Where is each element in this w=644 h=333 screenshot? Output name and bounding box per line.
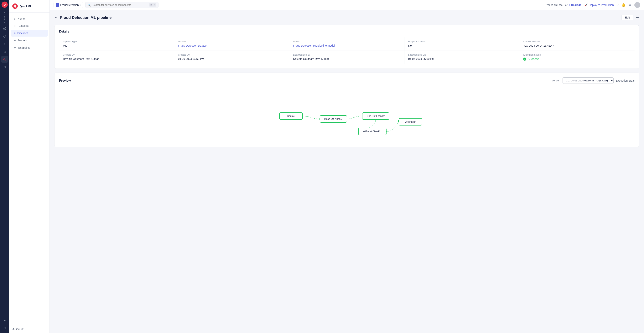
sidebar-item-home[interactable]: ⌂ Home <box>11 15 48 22</box>
detail-last-updated-on-value: 04-06-2024 05:00 PM <box>408 57 516 60</box>
detail-dataset-value[interactable]: Fraud Detection Dataset <box>178 44 286 47</box>
endpoints-icon: ⊨ <box>14 46 16 49</box>
detail-endpoint-value: No <box>408 44 516 47</box>
detail-last-updated-by-value: Ravutla Goutham Ravi Kumar <box>293 57 400 60</box>
more-options-button[interactable]: ••• <box>636 15 640 20</box>
deploy-label: Deploy to Production <box>589 3 614 6</box>
chart-icon[interactable]: ⚬ <box>1 40 8 47</box>
services-label: Services <box>4 11 6 23</box>
upgrade-link[interactable]: + Upgrade <box>569 3 581 6</box>
create-label: Create <box>16 328 24 331</box>
sidebar: Q QuickML ⌂ Home ◫ Datasets ⌗ Pipelines … <box>9 0 50 333</box>
detail-created-by-value: Ravutla Goutham Ravi Kumar <box>63 57 170 60</box>
detail-endpoint-created: Endpoint Created No <box>404 37 520 50</box>
detail-endpoint-label: Endpoint Created <box>408 40 516 43</box>
app-name-selector[interactable]: F FraudDetection ▾ <box>54 2 83 8</box>
quickml-icon[interactable]: ◎ <box>1 56 8 63</box>
detail-created-on: Created On 04-06-2024 04:50 PM <box>174 50 290 64</box>
app-dropdown-icon: ▾ <box>80 4 81 6</box>
details-card: Details Pipeline Type ML Dataset Fraud D… <box>54 25 640 69</box>
deploy-to-production-button[interactable]: 🚀 Deploy to Production <box>584 3 614 6</box>
search-icon: 🔍 <box>88 3 91 6</box>
app-initial: F <box>56 3 59 7</box>
models-icon: ◈ <box>14 39 16 42</box>
help-icon[interactable]: ? <box>617 3 618 7</box>
sidebar-nav: ⌂ Home ◫ Datasets ⌗ Pipelines ◈ Models ⊨… <box>9 12 50 325</box>
preview-card: Preview Version V1 / 04-06-2024 05:30:48… <box>54 72 640 147</box>
sidebar-item-datasets-label: Datasets <box>18 24 29 27</box>
topbar: F FraudDetection ▾ 🔍 ⌘+K You're on Free … <box>50 0 644 10</box>
pipeline-icon[interactable]: ⊞ <box>1 48 8 55</box>
detail-created-by-label: Created By <box>63 53 170 56</box>
sidebar-item-datasets[interactable]: ◫ Datasets <box>11 22 48 29</box>
preview-header: Preview Version V1 / 04-06-2024 05:30:48… <box>59 77 634 84</box>
detail-last-updated-by-label: Last Updated By <box>293 53 400 56</box>
sidebar-item-pipelines[interactable]: ⌗ Pipelines <box>11 30 48 36</box>
detail-pipeline-type-label: Pipeline Type <box>63 40 170 43</box>
database-icon[interactable]: ⬡ <box>1 33 8 40</box>
home-icon: ⌂ <box>14 17 16 20</box>
edge-xgboost-destination <box>386 122 399 131</box>
pipeline-diagram: Source Mean-Std Norm... One-Hot Encoder … <box>59 88 634 141</box>
sidebar-item-endpoints-label: Endpoints <box>18 46 30 49</box>
version-select[interactable]: V1 / 04-06-2024 05:30:48 PM (Latest) <box>562 77 614 84</box>
gear-icon[interactable]: ⚙ <box>628 3 631 7</box>
edit-button[interactable]: Edit <box>622 15 634 20</box>
page-header: ← Fraud Detection ML pipeline Edit ••• <box>54 15 640 20</box>
version-label: Version <box>552 79 560 82</box>
status-text: Success <box>528 57 539 61</box>
execution-stats-button[interactable]: Execution Stats <box>616 79 634 82</box>
destination-node-label: Destination <box>404 120 416 123</box>
back-button[interactable]: ← <box>54 15 58 20</box>
details-row-1: Pipeline Type ML Dataset Fraud Detection… <box>59 37 634 50</box>
xgboost-node-label: XGBoost Classifi... <box>363 130 382 133</box>
search-bar[interactable]: 🔍 ⌘+K <box>85 2 158 8</box>
sidebar-item-models-label: Models <box>18 39 27 42</box>
pipeline-canvas: Source Mean-Std Norm... One-Hot Encoder … <box>59 88 634 142</box>
page-header-left: ← Fraud Detection ML pipeline <box>54 15 112 20</box>
search-shortcut: ⌘+K <box>149 3 156 6</box>
detail-dataset-version: Dataset Version V2 / 2024-06-04 16:45:47 <box>520 37 634 50</box>
detail-created-on-value: 04-06-2024 04:50 PM <box>178 57 286 60</box>
detail-created-on-label: Created On <box>178 53 286 56</box>
one-hot-node-label: One-Hot Encoder <box>367 115 384 117</box>
detail-model: Model Fraud Detection ML pipeline model <box>289 37 404 50</box>
main-area: F FraudDetection ▾ 🔍 ⌘+K You're on Free … <box>50 0 644 333</box>
app-name-label: FraudDetection <box>60 3 79 6</box>
detail-execution-status-value: ✓ Success <box>523 57 631 61</box>
pipelines-icon: ⌗ <box>14 31 16 35</box>
mean-std-node-label: Mean-Std Norm... <box>324 118 342 120</box>
create-button[interactable]: ⊕ Create <box>12 328 46 331</box>
status-success-icon: ✓ <box>523 57 526 61</box>
rocket-icon: 🚀 <box>584 3 588 6</box>
sidebar-header: Q QuickML <box>9 0 50 12</box>
globe-icon[interactable]: ⊕ <box>1 63 8 70</box>
app-logo-icon[interactable]: Q <box>2 1 8 8</box>
preview-title: Preview <box>59 79 71 82</box>
edge-source-meanstd <box>302 116 320 119</box>
grid-icon[interactable]: ⊞ <box>1 325 8 332</box>
sidebar-item-endpoints[interactable]: ⊨ Endpoints <box>11 44 48 51</box>
detail-model-value[interactable]: Fraud Detection ML pipeline model <box>293 44 400 47</box>
detail-last-updated-by: Last Updated By Ravutla Goutham Ravi Kum… <box>289 50 404 64</box>
page-header-right: Edit ••• <box>622 15 640 20</box>
detail-dataset-label: Dataset <box>178 40 286 43</box>
bell-icon[interactable]: 🔔 <box>622 3 626 7</box>
tools-icon[interactable]: ✦ <box>1 317 8 324</box>
icon-bar: Q Services ⟨/⟩ ⬡ ⚬ ⊞ ◎ ⊕ ✦ ⊞ <box>0 0 9 333</box>
detail-dataset-version-value: V2 / 2024-06-04 16:45:47 <box>523 44 631 47</box>
create-plus-icon: ⊕ <box>12 328 15 331</box>
avatar[interactable] <box>634 2 640 8</box>
datasets-icon: ◫ <box>14 24 16 27</box>
sidebar-item-models[interactable]: ◈ Models <box>11 37 48 44</box>
search-input[interactable] <box>93 3 148 6</box>
content-area: ← Fraud Detection ML pipeline Edit ••• D… <box>50 10 644 333</box>
sidebar-title: QuickML <box>20 4 32 8</box>
code-icon[interactable]: ⟨/⟩ <box>1 25 8 32</box>
sidebar-logo: Q <box>12 3 18 9</box>
detail-execution-status: Execution Status ✓ Success <box>520 50 634 64</box>
sidebar-item-pipelines-label: Pipelines <box>17 31 28 35</box>
topbar-right: You're on Free Tier + Upgrade 🚀 Deploy t… <box>546 2 640 8</box>
sidebar-item-home-label: Home <box>18 17 25 20</box>
detail-last-updated-on: Last Updated On 04-06-2024 05:00 PM <box>404 50 520 64</box>
